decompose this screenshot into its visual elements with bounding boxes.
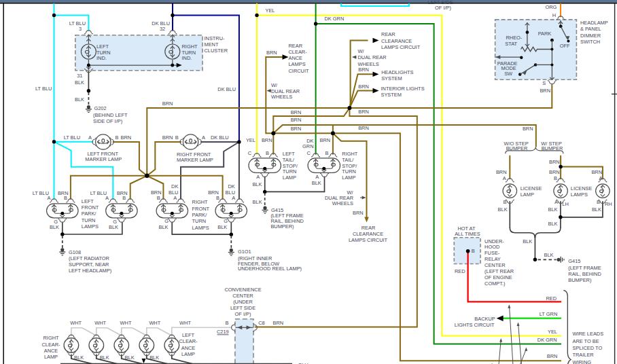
svg-text:BRN: BRN xyxy=(273,320,284,326)
svg-text:LT BLU: LT BLU xyxy=(33,190,49,196)
svg-text:B: B xyxy=(554,175,557,181)
svg-text:FUSE-: FUSE- xyxy=(484,250,500,256)
svg-text:B: B xyxy=(226,320,229,326)
svg-text:C219: C219 xyxy=(217,329,229,335)
svg-text:(UNDER: (UNDER xyxy=(233,299,253,305)
svg-text:B: B xyxy=(116,134,119,141)
svg-text:INTERIOR LIGHTS: INTERIOR LIGHTS xyxy=(381,86,425,92)
svg-text:WHT: WHT xyxy=(149,320,160,326)
svg-text:BLK: BLK xyxy=(75,79,84,86)
svg-text:A: A xyxy=(202,134,205,141)
svg-text:BLK: BLK xyxy=(252,181,262,187)
svg-text:BRN: BRN xyxy=(262,137,272,143)
svg-text:BRN: BRN xyxy=(291,126,302,132)
svg-text:LT GRN: LT GRN xyxy=(540,311,557,317)
svg-text:BLK: BLK xyxy=(159,224,169,230)
svg-text:LAMPS: LAMPS xyxy=(192,225,209,231)
svg-text:WIRING: WIRING xyxy=(573,359,592,364)
svg-text:(LEFT RADIATOR: (LEFT RADIATOR xyxy=(69,255,109,261)
svg-text:31: 31 xyxy=(77,73,82,79)
svg-text:B: B xyxy=(597,199,600,205)
svg-text:BLK: BLK xyxy=(592,206,601,213)
svg-text:UNDER-: UNDER- xyxy=(484,238,504,244)
svg-text:BRN: BRN xyxy=(266,50,277,56)
svg-text:B: B xyxy=(472,248,475,254)
svg-text:LAMP: LAMP xyxy=(181,351,195,357)
svg-text:LT BLU: LT BLU xyxy=(90,190,107,196)
svg-text:TRAILER: TRAILER xyxy=(573,352,594,358)
svg-text:PARK/: PARK/ xyxy=(82,211,97,217)
svg-text:RH: RH xyxy=(605,201,612,207)
svg-text:FRONT: FRONT xyxy=(192,206,210,212)
svg-text:LT BLU: LT BLU xyxy=(35,86,52,92)
svg-text:BRN: BRN xyxy=(162,134,173,141)
svg-text:LEFT: LEFT xyxy=(283,151,296,157)
svg-text:ANCE: ANCE xyxy=(181,345,196,351)
svg-text:YEL: YEL xyxy=(548,329,557,335)
svg-text:WHT: WHT xyxy=(179,320,191,326)
svg-text:BRN: BRN xyxy=(320,137,331,143)
svg-text:A: A xyxy=(48,195,51,201)
svg-text:BLK: BLK xyxy=(75,96,84,103)
svg-text:C5: C5 xyxy=(255,362,262,364)
svg-text:(LEFT REAR: (LEFT REAR xyxy=(484,268,514,274)
svg-text:REAR: REAR xyxy=(381,31,395,37)
svg-text:BLK: BLK xyxy=(50,224,59,230)
svg-text:PARK/: PARK/ xyxy=(192,212,208,218)
svg-text:CIRCUIT: CIRCUIT xyxy=(289,68,309,74)
svg-text:BACKUP: BACKUP xyxy=(474,316,495,322)
svg-text:OF I/P): OF I/P) xyxy=(435,5,451,11)
svg-text:PARK: PARK xyxy=(538,31,552,37)
svg-text:BRN: BRN xyxy=(291,117,302,123)
svg-text:BLK: BLK xyxy=(253,199,262,205)
svg-text:RIGHT: RIGHT xyxy=(342,151,357,157)
svg-text:CLUSTER: CLUSTER xyxy=(205,48,228,54)
svg-text:H: H xyxy=(552,12,556,18)
svg-text:DK BLU: DK BLU xyxy=(217,86,236,92)
svg-text:STAT: STAT xyxy=(505,41,517,47)
svg-text:C: C xyxy=(248,150,252,156)
svg-text:RED: RED xyxy=(546,295,557,302)
svg-text:UNDERHOOD REEL LAMP): UNDERHOOD REEL LAMP) xyxy=(238,266,302,272)
svg-text:LAMPS CIRCUIT: LAMPS CIRCUIT xyxy=(381,44,421,50)
svg-text:TURN: TURN xyxy=(192,218,207,224)
svg-text:SUPPORT, NEAR: SUPPORT, NEAR xyxy=(69,261,109,268)
svg-text:TAIL/: TAIL/ xyxy=(342,157,354,163)
svg-text:CENTER: CENTER xyxy=(232,293,253,299)
svg-text:B: B xyxy=(64,195,67,201)
svg-text:BRN: BRN xyxy=(358,125,369,131)
svg-text:CONVENIENCE: CONVENIENCE xyxy=(224,287,261,293)
svg-text:DUAL REAR: DUAL REAR xyxy=(358,54,387,60)
svg-text:OFF: OFF xyxy=(560,43,570,49)
svg-text:B: B xyxy=(122,195,126,201)
svg-text:A: A xyxy=(256,174,260,180)
svg-text:BLU: BLU xyxy=(272,362,282,364)
svg-text:DK GRN: DK GRN xyxy=(537,337,557,343)
svg-text:(BEHIND LEFT: (BEHIND LEFT xyxy=(93,112,128,118)
svg-text:IND.: IND. xyxy=(182,55,192,61)
svg-text:A: A xyxy=(554,199,558,205)
svg-text:LEFT HEADLAMP): LEFT HEADLAMP) xyxy=(69,268,111,274)
svg-text:BRN: BRN xyxy=(540,88,550,94)
svg-text:SW: SW xyxy=(504,71,512,77)
svg-text:A: A xyxy=(232,195,235,201)
svg-text:LAMPS CIRCUIT: LAMPS CIRCUIT xyxy=(349,237,388,243)
svg-text:LEFT SIDE: LEFT SIDE xyxy=(230,305,255,311)
svg-text:A: A xyxy=(173,195,177,201)
svg-text:DK GRN: DK GRN xyxy=(325,16,345,22)
svg-text:G: G xyxy=(224,218,228,224)
svg-text:BLK: BLK xyxy=(125,354,135,361)
svg-text:LIGHTS CIRCUIT: LIGHTS CIRCUIT xyxy=(455,322,495,328)
svg-text:BLK: BLK xyxy=(548,221,558,227)
svg-text:FRONT: FRONT xyxy=(82,204,99,211)
svg-text:BLK: BLK xyxy=(523,238,532,244)
svg-text:CLEARANCE: CLEARANCE xyxy=(353,231,383,237)
svg-text:3: 3 xyxy=(79,26,82,32)
svg-text:WHT: WHT xyxy=(94,320,106,326)
svg-text:SYSTEM: SYSTEM xyxy=(381,75,402,81)
svg-text:BLK: BLK xyxy=(312,180,321,186)
svg-text:RIGHT: RIGHT xyxy=(43,335,59,341)
svg-text:ARE TO BE: ARE TO BE xyxy=(573,338,599,344)
svg-text:BRN: BRN xyxy=(291,109,302,115)
svg-text:32: 32 xyxy=(160,26,165,32)
